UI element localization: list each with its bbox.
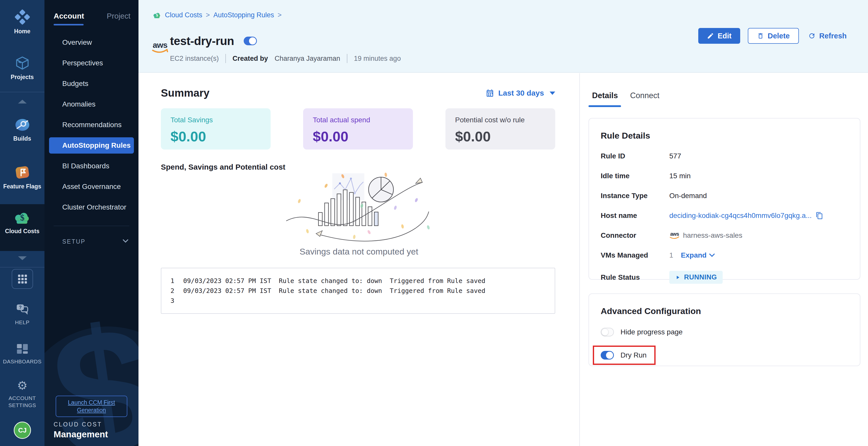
tab-details[interactable]: Details [592, 91, 618, 100]
nav-item-cluster-orchestrator[interactable]: Cluster Orchestrator [49, 199, 134, 215]
nav-item-perspectives[interactable]: Perspectives [49, 55, 134, 71]
delete-button[interactable]: Delete [748, 28, 799, 44]
instance-type-text: EC2 instance(s) [170, 55, 219, 63]
nav-item-recommendations[interactable]: Recommendations [49, 117, 134, 133]
rail-item-home[interactable]: Home [0, 9, 44, 35]
subtitle-divider [225, 54, 226, 63]
play-icon [675, 274, 680, 280]
nav-item-autostopping-rules[interactable]: AutoStopping Rules [49, 137, 134, 154]
tab-connect[interactable]: Connect [630, 91, 659, 100]
dry-run-annotation-box: Dry Run [593, 346, 656, 365]
nav-item-overview[interactable]: Overview [49, 34, 134, 51]
details-panel-tabs: Details Connect [592, 91, 659, 100]
total-actual-spend-card: Total actual spend $0.00 [303, 108, 413, 150]
caret-down-icon [550, 92, 555, 95]
rail-item-account-settings[interactable]: ⚙ ACCOUNT SETTINGS [0, 379, 44, 409]
brand-management: Management [54, 429, 108, 439]
nav-item-anomalies[interactable]: Anomalies [49, 96, 134, 112]
breadcrumb-separator: > [206, 11, 210, 19]
nav-item-asset-governance[interactable]: Asset Governance [49, 179, 134, 195]
cloud-costs-icon: $ [0, 211, 44, 225]
svg-text:aws: aws [670, 231, 679, 237]
rail-divider [0, 92, 44, 92]
rule-status-badge[interactable]: RUNNING [669, 271, 723, 284]
rule-status-row: Rule Status RUNNING [601, 271, 848, 284]
row-label: Host name [601, 212, 669, 220]
hide-progress-label: Hide progress page [621, 328, 683, 336]
breadcrumb-autostopping-rules[interactable]: AutoStopping Rules [213, 11, 274, 19]
projects-cube-icon [0, 55, 44, 71]
breadcrumb-cloud-costs[interactable]: Cloud Costs [165, 11, 202, 19]
log-line-text: 09/03/2023 02:57 PM IST Rule state chang… [183, 276, 485, 286]
summary-section: Summary Last 30 days Total Savings $0.00… [138, 73, 579, 446]
trash-icon [757, 32, 764, 39]
rail-label: Home [0, 28, 44, 35]
edit-button-label: Edit [718, 32, 732, 40]
log-line-text: 09/03/2023 02:57 PM IST Rule state chang… [183, 286, 485, 296]
main-area: $ Cloud Costs > AutoStopping Rules > aws… [138, 0, 868, 446]
rail-item-projects[interactable]: Projects [0, 55, 44, 81]
created-by-label: Created by [232, 55, 268, 63]
collapse-modules-button[interactable] [0, 100, 44, 103]
rail-item-builds[interactable]: Builds [0, 117, 44, 142]
cloud-costs-icon: $ [153, 12, 161, 19]
dashboards-icon [0, 343, 44, 355]
log-line: 209/03/2023 02:57 PM IST Rule state chan… [170, 286, 546, 296]
spend-chart-title: Spend, Savings and Potential cost [161, 163, 579, 171]
rule-enabled-toggle[interactable] [244, 37, 257, 45]
rule-details-card: Rule Details Rule ID 577 Idle time 15 mi… [588, 118, 860, 280]
card-label: Potential cost w/o rule [455, 116, 546, 124]
rail-item-feature-flags[interactable]: Feature Flags [0, 165, 44, 190]
expand-label: Expand [681, 251, 707, 259]
log-line: 3 [170, 296, 546, 306]
user-avatar[interactable]: CJ [14, 422, 31, 439]
chevron-down-icon [709, 253, 715, 258]
delete-button-label: Delete [768, 32, 790, 40]
hide-progress-toggle[interactable] [601, 328, 614, 336]
module-rail: Home Projects Builds Feature Flags $ [0, 0, 44, 446]
nav-item-bi-dashboards[interactable]: BI Dashboards [49, 158, 134, 174]
tab-account[interactable]: Account [54, 12, 84, 20]
idle-time-row: Idle time 15 min [601, 172, 848, 180]
aws-logo: aws [152, 40, 168, 55]
nav-divider [54, 226, 129, 226]
nav-item-budgets[interactable]: Budgets [49, 76, 134, 92]
svg-text:aws: aws [153, 40, 167, 50]
toggle-knob [606, 352, 613, 359]
subtitle-divider [347, 54, 347, 63]
advanced-config-heading: Advanced Configuration [601, 306, 848, 316]
rail-label: ACCOUNT SETTINGS [3, 395, 41, 409]
launch-ccm-first-gen-button[interactable]: Launch CCM First Generation [56, 396, 127, 417]
rule-id-value: 577 [669, 152, 681, 160]
connector-row: Connector aws harness-aws-sales [601, 231, 848, 240]
nav-item-setup[interactable]: SETUP [62, 234, 129, 249]
module-picker-button[interactable] [12, 269, 33, 289]
rail-label: Builds [0, 135, 44, 142]
card-value: $0.00 [313, 128, 403, 145]
tab-project[interactable]: Project [107, 12, 130, 20]
instance-type-row: Instance Type On-demand [601, 191, 848, 200]
dry-run-toggle[interactable] [601, 351, 614, 360]
rule-activity-log: 109/03/2023 02:57 PM IST Rule state chan… [161, 268, 555, 314]
copy-icon[interactable] [816, 212, 823, 219]
chevron-up-icon [18, 100, 27, 103]
chevron-down-icon [122, 239, 129, 244]
vms-expand-link[interactable]: Expand [681, 251, 715, 259]
rule-id-row: Rule ID 577 [601, 152, 848, 160]
advanced-configuration-card: Advanced Configuration Hide progress pag… [588, 293, 860, 366]
edit-button[interactable]: Edit [698, 28, 740, 44]
refresh-button[interactable]: Refresh [807, 28, 848, 44]
rail-item-dashboards[interactable]: DASHBOARDS [0, 343, 44, 365]
rule-details-heading: Rule Details [601, 131, 848, 141]
rail-item-help[interactable]: ? HELP [0, 303, 44, 326]
tab-account-underline [54, 24, 84, 25]
rail-item-cloud-costs[interactable]: $ Cloud Costs [0, 211, 44, 235]
host-name-link[interactable]: deciding-kodiak-cg4qcs4h0mmv6lo7gqkg.a..… [669, 212, 812, 220]
summary-heading: Summary [161, 87, 209, 99]
date-range-picker[interactable]: Last 30 days [486, 89, 555, 97]
app-root: Home Projects Builds Feature Flags $ [0, 0, 868, 446]
gear-icon: ⚙ [0, 379, 44, 392]
harness-home-icon [0, 9, 44, 25]
breadcrumb: $ Cloud Costs > AutoStopping Rules > [153, 11, 282, 19]
expand-modules-button[interactable] [0, 256, 44, 260]
